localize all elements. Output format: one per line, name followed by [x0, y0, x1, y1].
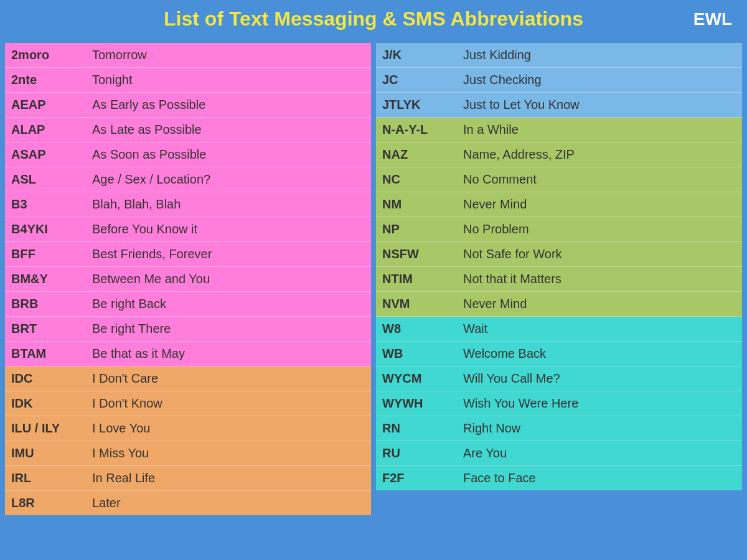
meaning-cell: Not Safe for Work	[457, 242, 742, 266]
right-row: NP No Problem	[376, 217, 742, 242]
left-row: BM&Y Between Me and You	[5, 267, 371, 292]
meaning-cell: Welcome Back	[457, 342, 742, 366]
right-row: N-A-Y-L In a While	[376, 118, 742, 142]
meaning-cell: I Love You	[86, 416, 371, 441]
abbr-cell: IRL	[5, 466, 86, 490]
abbr-cell: BM&Y	[5, 267, 86, 291]
right-row: NC No Comment	[376, 167, 742, 192]
right-row: JC Just Checking	[376, 68, 742, 93]
abbr-cell: NC	[376, 167, 457, 192]
left-row: ILU / ILY I Love You	[5, 416, 371, 441]
meaning-cell: Be right Back	[86, 292, 371, 316]
abbr-cell: BRB	[5, 292, 86, 316]
meaning-cell: Between Me and You	[86, 267, 371, 291]
abbr-cell: J/K	[376, 43, 457, 67]
left-row: BRT Be right There	[5, 317, 371, 342]
page-title: List of Text Messaging & SMS Abbreviatio…	[164, 7, 583, 30]
abbr-cell: 2moro	[5, 43, 86, 67]
left-row: 2moro Tomorrow	[5, 43, 371, 68]
abbr-cell: B3	[5, 192, 86, 217]
abbr-cell: L8R	[5, 491, 86, 515]
right-row: RU Are You	[376, 441, 742, 466]
abbr-cell: ASAP	[5, 142, 86, 167]
right-row: WYWH Wish You Were Here	[376, 391, 742, 416]
right-row: WB Welcome Back	[376, 342, 742, 366]
meaning-cell: Never Mind	[457, 292, 742, 316]
meaning-cell: Not that it Matters	[457, 267, 742, 291]
left-row: 2nte Tonight	[5, 68, 371, 93]
abbr-cell: ILU / ILY	[5, 416, 86, 441]
abbr-cell: JTLYK	[376, 93, 457, 117]
abbr-cell: BTAM	[5, 342, 86, 366]
abbr-cell: RN	[376, 416, 457, 441]
abbr-cell: B4YKI	[5, 217, 86, 241]
right-row: NVM Never Mind	[376, 292, 742, 317]
abbr-cell: W8	[376, 317, 457, 341]
meaning-cell: Tonight	[86, 68, 371, 92]
meaning-cell: In Real Life	[86, 466, 371, 490]
left-row: AEAP As Early as Possible	[5, 93, 371, 118]
meaning-cell: Be right There	[86, 317, 371, 341]
meaning-cell: Tomorrow	[86, 43, 371, 67]
abbr-cell: NSFW	[376, 242, 457, 266]
abbr-cell: WB	[376, 342, 457, 366]
logo: EWL	[693, 9, 732, 29]
right-row: F2F Face to Face	[376, 466, 742, 490]
abbr-cell: 2nte	[5, 68, 86, 92]
meaning-cell: Wait	[457, 317, 742, 341]
right-row: NAZ Name, Address, ZIP	[376, 142, 742, 167]
meaning-cell: As Soon as Possible	[86, 142, 371, 167]
abbr-cell: JC	[376, 68, 457, 92]
meaning-cell: Age / Sex / Location?	[86, 167, 371, 192]
left-row: IDC I Don't Care	[5, 366, 371, 391]
right-row: J/K Just Kidding	[376, 43, 742, 68]
abbr-cell: IDC	[5, 366, 86, 391]
right-row: NM Never Mind	[376, 192, 742, 217]
meaning-cell: I Miss You	[86, 441, 371, 465]
meaning-cell: Blah, Blah, Blah	[86, 192, 371, 217]
right-row: WYCM Will You Call Me?	[376, 366, 742, 391]
meaning-cell: Before You Know it	[86, 217, 371, 241]
meaning-cell: In a While	[457, 118, 742, 142]
left-row: B3 Blah, Blah, Blah	[5, 192, 371, 217]
left-row: IMU I Miss You	[5, 441, 371, 466]
meaning-cell: Never Mind	[457, 192, 742, 217]
right-row: NTIM Not that it Matters	[376, 267, 742, 292]
abbr-cell: N-A-Y-L	[376, 118, 457, 142]
abbr-cell: ASL	[5, 167, 86, 192]
meaning-cell: Wish You Were Here	[457, 391, 742, 416]
meaning-cell: I Don't Care	[86, 366, 371, 391]
abbr-cell: WYWH	[376, 391, 457, 416]
abbr-cell: F2F	[376, 466, 457, 490]
abbr-cell: NM	[376, 192, 457, 217]
left-row: BRB Be right Back	[5, 292, 371, 317]
meaning-cell: As Early as Possible	[86, 93, 371, 117]
left-row: BFF Best Friends, Forever	[5, 242, 371, 267]
right-column: J/K Just Kidding JC Just Checking JTLYK …	[376, 43, 742, 551]
left-row: L8R Later	[5, 491, 371, 515]
abbr-cell: BFF	[5, 242, 86, 266]
left-row: IRL In Real Life	[5, 466, 371, 491]
meaning-cell: Be that as it May	[86, 342, 371, 366]
right-row: RN Right Now	[376, 416, 742, 441]
meaning-cell: Name, Address, ZIP	[457, 142, 742, 167]
right-row: JTLYK Just to Let You Know	[376, 93, 742, 118]
right-row: NSFW Not Safe for Work	[376, 242, 742, 267]
left-row: ASAP As Soon as Possible	[5, 142, 371, 167]
abbr-cell: NAZ	[376, 142, 457, 167]
abbr-cell: IDK	[5, 391, 86, 416]
abbr-cell: NP	[376, 217, 457, 241]
meaning-cell: Just Checking	[457, 68, 742, 92]
abbr-cell: WYCM	[376, 366, 457, 391]
abbr-cell: AEAP	[5, 93, 86, 117]
abbr-cell: IMU	[5, 441, 86, 465]
right-row: W8 Wait	[376, 317, 742, 342]
meaning-cell: As Late as Possible	[86, 118, 371, 142]
left-row: ASL Age / Sex / Location?	[5, 167, 371, 192]
abbr-cell: NVM	[376, 292, 457, 316]
meaning-cell: I Don't Know	[86, 391, 371, 416]
abbr-cell: RU	[376, 441, 457, 465]
meaning-cell: Just Kidding	[457, 43, 742, 67]
abbr-cell: BRT	[5, 317, 86, 341]
left-column: 2moro Tomorrow 2nte Tonight AEAP As Earl…	[5, 43, 371, 551]
